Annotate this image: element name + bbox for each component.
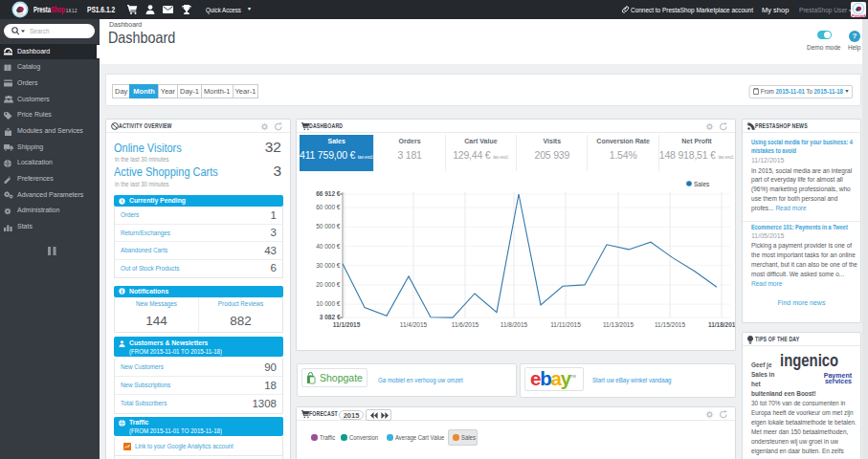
svg-text:PrestaShop: PrestaShop [852, 13, 866, 18]
svg-text:11/13/2015: 11/13/2015 [603, 321, 634, 328]
svg-text:11/1/2015: 11/1/2015 [333, 321, 361, 328]
svg-text:50 000 €: 50 000 € [316, 223, 341, 230]
svg-text:11/18/2015: 11/18/2015 [708, 321, 735, 328]
svg-text:30 000 €: 30 000 € [316, 262, 341, 269]
svg-text:11/8/2015: 11/8/2015 [501, 321, 528, 328]
svg-text:Sales: Sales [694, 181, 710, 187]
svg-text:40 000 €: 40 000 € [316, 243, 341, 250]
svg-text:20 000 €: 20 000 € [316, 281, 341, 288]
svg-text:10 000 €: 10 000 € [316, 300, 341, 307]
svg-text:11/11/2015: 11/11/2015 [550, 321, 581, 328]
svg-text:11/6/2015: 11/6/2015 [452, 321, 479, 328]
svg-text:11/4/2015: 11/4/2015 [400, 321, 428, 328]
svg-text:3 082 €: 3 082 € [320, 314, 341, 320]
svg-text:66 912 €: 66 912 € [316, 190, 341, 197]
svg-text:60 000 €: 60 000 € [316, 204, 341, 210]
svg-text:11/15/2015: 11/15/2015 [655, 321, 685, 328]
